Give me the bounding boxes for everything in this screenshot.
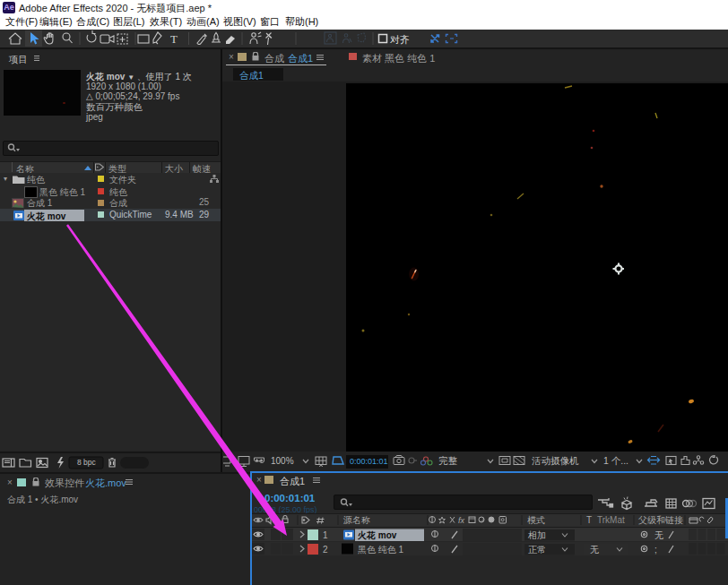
svg-text:无: 无 [654, 530, 663, 540]
svg-text:对齐: 对齐 [390, 34, 410, 45]
svg-text:fx: fx [458, 516, 465, 525]
svg-text:T: T [586, 515, 592, 525]
svg-text:1 个...: 1 个... [603, 455, 628, 466]
svg-text:火花 mov: 火花 mov [358, 530, 397, 540]
svg-text:2: 2 [323, 545, 328, 555]
svg-text:0:00:01:01: 0:00:01:01 [350, 457, 388, 466]
svg-text:完整: 完整 [438, 455, 458, 466]
svg-text:TrkMat: TrkMat [597, 515, 625, 525]
svg-text:100%: 100% [271, 456, 294, 466]
svg-text:8 bpc: 8 bpc [77, 458, 97, 467]
svg-text:黑色 纯色 1: 黑色 纯色 1 [358, 545, 404, 555]
svg-text:相加: 相加 [527, 530, 546, 540]
svg-text:1: 1 [323, 530, 328, 540]
svg-text:正常: 正常 [528, 545, 546, 555]
svg-text:;: ; [654, 545, 657, 555]
svg-text:模式: 模式 [527, 515, 545, 525]
svg-text:T: T [170, 32, 178, 46]
svg-text:活动摄像机: 活动摄像机 [532, 455, 579, 466]
svg-text:无: 无 [590, 545, 599, 555]
svg-text:源名称: 源名称 [342, 515, 370, 525]
svg-text:父级和链接: 父级和链接 [638, 515, 683, 525]
